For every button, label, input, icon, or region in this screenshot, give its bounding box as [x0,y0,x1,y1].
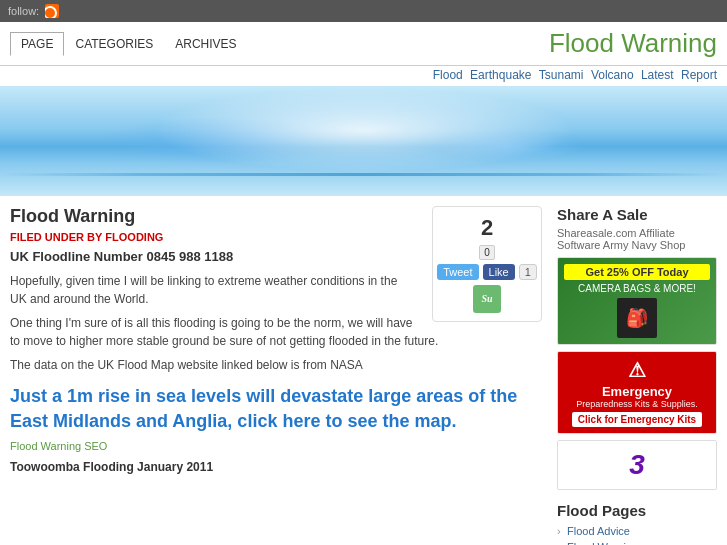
subtitle-links: Flood Earthquake Tsunami Volcano Latest … [0,66,727,86]
subtitle-link-volcano[interactable]: Volcano [591,68,634,82]
ad-box-2[interactable]: ⚠ Emergency Preparedness Kits & Supplies… [557,351,717,434]
nav-links: PAGE CATEGORIES ARCHIVES [10,32,248,56]
flood-pages-section: Flood Pages Flood Advice Flood Warning F… [557,502,717,545]
sidebar: Share A Sale Shareasale.com Affiliate So… [557,206,717,545]
share-count: 2 [441,215,533,241]
stumbleupon-icon[interactable]: Su [473,285,501,313]
main-layout: 2 0 Tweet Like 1 Su Flood Warning FIL [0,196,727,545]
three-logo: 3 [629,449,645,481]
rss-icon[interactable] [45,4,59,18]
site-title: Flood Warning [549,28,717,59]
emergency-subtitle: Preparedness Kits & Supplies. [576,399,698,409]
like-label: Like [489,266,509,278]
flood-page-1[interactable]: Flood Advice [557,523,717,539]
ad-sale[interactable]: Get 25% OFF Today CAMERA BAGS & MORE! 🎒 [558,258,716,344]
ad-box-3[interactable]: 3 [557,440,717,490]
ad-desc: CAMERA BAGS & MORE! [578,283,696,294]
follow-label: follow: [8,5,39,17]
filed-under-prefix: FILED UNDER BY [10,231,102,243]
nav-categories[interactable]: CATEGORIES [64,32,164,56]
subtitle-link-flood[interactable]: Flood [433,68,463,82]
tweet-label: Tweet [443,266,472,278]
subtitle-link-latest[interactable]: Latest [641,68,674,82]
article-tags: Flood Warning SEO [10,440,542,452]
hero-image [0,86,727,196]
nav-bar: PAGE CATEGORIES ARCHIVES Flood Warning [0,22,727,66]
ad-emergency[interactable]: ⚠ Emergency Preparedness Kits & Supplies… [558,352,716,433]
content-area: 2 0 Tweet Like 1 Su Flood Warning FIL [10,206,557,474]
water-splash [0,86,727,196]
flood-pages-title: Flood Pages [557,502,717,519]
emergency-cta2: Emergency Kits [621,414,697,425]
toowoomba: Toowoomba Flooding January 2011 [10,460,542,474]
filed-under-category[interactable]: FLOODING [105,231,163,243]
share-sale-title: Share A Sale [557,206,717,223]
subtitle-link-tsunami[interactable]: Tsunami [539,68,584,82]
water-line [0,173,727,176]
flood-pages-list: Flood Advice Flood Warning Freak Weather… [557,523,717,545]
social-row: Tweet Like 1 [441,264,533,280]
ad-three[interactable]: 3 [558,441,716,489]
article-cta[interactable]: Just a 1m rise in sea levels will devast… [10,384,542,434]
emergency-icon: ⚠ [628,358,646,382]
sale-badge: Get 25% OFF Today [564,264,710,280]
article-para-3: The data on the UK Flood Map website lin… [10,356,542,374]
social-widget: 2 0 Tweet Like 1 Su [432,206,542,322]
like-button[interactable]: Like [483,264,515,280]
like-count-badge: 0 [479,245,495,260]
subtitle-link-report[interactable]: Report [681,68,717,82]
subtitle-link-earthquake[interactable]: Earthquake [470,68,531,82]
nav-page[interactable]: PAGE [10,32,64,56]
share-num: 1 [519,264,537,280]
share-a-sale-section: Share A Sale Shareasale.com Affiliate So… [557,206,717,490]
nav-archives[interactable]: ARCHIVES [164,32,247,56]
flood-page-2[interactable]: Flood Warning [557,539,717,545]
emergency-title: Emergency [602,384,672,399]
share-sale-subtitle: Shareasale.com Affiliate Software Army N… [557,227,717,251]
top-bar: follow: [0,0,727,22]
ad-box-1[interactable]: Get 25% OFF Today CAMERA BAGS & MORE! 🎒 [557,257,717,345]
tweet-button[interactable]: Tweet [437,264,478,280]
emergency-cta: Click for [578,414,618,425]
